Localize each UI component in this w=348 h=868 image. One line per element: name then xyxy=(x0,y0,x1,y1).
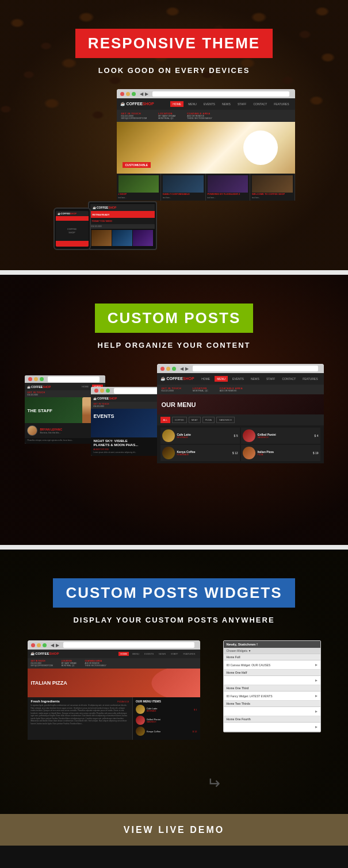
widget-row-half[interactable]: ▸ xyxy=(224,676,320,685)
widget-section-two-thirds: Home Two Thirds xyxy=(224,701,320,707)
italian-pizza-cat: PIZZA xyxy=(258,454,274,456)
widget-row-fourth[interactable]: ▸ xyxy=(224,723,320,732)
widget-dropdown-label: Chosen Widgets ▼ xyxy=(227,649,251,652)
w-nav-menu[interactable]: MENU xyxy=(131,652,141,656)
section1-subtitle: LOOK GOOD ON EVERY DEVICES xyxy=(98,66,250,75)
phone-device: ☕ COFFEESHOP COFFEESHOP xyxy=(53,208,91,250)
w-nav-events[interactable]: EVENTS xyxy=(143,652,155,656)
browser-forward-m[interactable]: ▶ xyxy=(185,366,189,371)
footer-col-text-2: text here... xyxy=(163,197,204,199)
mn-events[interactable]: EVENTS xyxy=(230,376,246,382)
widget-section-full: Home Full xyxy=(224,654,320,660)
grilled-panini-cat: SANDWICH xyxy=(258,436,276,439)
menu-title: OUR MENU xyxy=(162,401,196,408)
widgets-main-browser: ◀ ▶ ☕ COFFEESHOP HOME MENU EVENTS NEWS S… xyxy=(28,640,200,740)
filter-pizza[interactable]: PIZZA xyxy=(202,417,215,423)
kenya-coffee-price: $ 12 xyxy=(232,451,238,455)
logo-coffee: COFFEE xyxy=(126,102,142,106)
w-item-name-3: Kenya Coffee xyxy=(147,730,191,733)
footer-col-4: WELCOME TO COFFEE SHOP text here... xyxy=(250,174,295,201)
w-nav-home[interactable]: HOME xyxy=(118,652,129,656)
info-val-loc2: MONTREAL, QC xyxy=(158,117,175,120)
w-item-thumb-2 xyxy=(136,716,145,725)
filter-all[interactable]: ALL xyxy=(160,417,170,423)
footer-col-text-1: text here... xyxy=(118,197,159,199)
m-info-coat-v: ADD OR REMOVE xyxy=(220,390,243,392)
view-demo-button[interactable]: VIEW LIVE DEMO xyxy=(124,825,224,835)
mini-nav-home[interactable]: HOME xyxy=(80,385,90,389)
filter-meat[interactable]: MEAT xyxy=(189,417,201,423)
w-menu-item-2: Grilled Panini SANDWICH xyxy=(136,716,197,725)
nav-features[interactable]: FEATURES xyxy=(271,101,291,107)
widget-panel: Newly, Statichmm ! Chosen Widgets ▼ Home… xyxy=(223,640,321,732)
nav-contact[interactable]: CONTACT xyxy=(251,101,269,107)
nav-home[interactable]: HOME xyxy=(170,101,183,107)
widget-row-third[interactable]: 00 Fancy Widget: LATEST EVENTS ▸ xyxy=(224,692,320,701)
bottom-bar: VIEW LIVE DEMO xyxy=(0,814,348,846)
mn-contact[interactable]: CONTACT xyxy=(280,376,298,382)
mn-menu[interactable]: MENU xyxy=(215,376,228,382)
events-hero-title: EVENTS xyxy=(94,413,114,419)
custom-posts-badge: CUSTOM POSTS xyxy=(95,304,254,333)
widget-row-full[interactable]: 00 Canvas Widget: OUR CAUSES ▸ xyxy=(224,660,320,670)
widget-row-two-thirds[interactable]: ▸ xyxy=(224,707,320,716)
divider-1 xyxy=(0,270,348,275)
browser-dot-yellow xyxy=(126,92,130,96)
browser-forward[interactable]: ▶ xyxy=(145,91,148,97)
url-bar-m[interactable] xyxy=(193,366,318,371)
widget-panel-title: Newly, Statichmm ! xyxy=(224,641,320,648)
italian-pizza-title: ITALIAN PIZZA xyxy=(31,680,67,686)
w-item-cat-2: SANDWICH xyxy=(147,721,196,723)
responsive-theme-badge: RESPONSIVE THEME xyxy=(75,29,273,58)
footer-col-title-3: POWERED BY FLEXSLIDER 2 xyxy=(208,193,248,195)
menu-items-grid: Cafe Latte BEVERAGE $ 5 Grilled Panini S… xyxy=(157,425,324,463)
customizable-badge: CUSTOMIZABLE xyxy=(123,162,151,168)
nav-news[interactable]: NEWS xyxy=(220,101,233,107)
menu-item-italian-pizza: Italian Pizza PIZZA $ 19 xyxy=(241,445,320,461)
person-avatar xyxy=(27,425,37,436)
nav-events[interactable]: EVENTS xyxy=(201,101,217,107)
bd-yellow-m xyxy=(166,367,170,371)
mn-staff[interactable]: STAFF xyxy=(264,376,277,382)
widget-section-half: Home One Half xyxy=(224,670,320,676)
footer-col-text-4: text here... xyxy=(252,197,293,199)
section3-subtitle: DISPLAY YOUR CUSTOM POSTS ANYWHERE xyxy=(73,616,274,624)
mn-home[interactable]: HOME xyxy=(199,376,212,382)
fresh-title: Fresh Ingredients xyxy=(31,700,60,703)
url-bar[interactable] xyxy=(48,377,100,382)
url-bar-w[interactable] xyxy=(63,642,194,648)
hero-cup xyxy=(243,130,278,165)
browser-url-bar[interactable] xyxy=(152,91,289,97)
bd-red xyxy=(28,377,32,381)
bd-red-m xyxy=(160,367,165,371)
w-nav-staff[interactable]: STAFF xyxy=(169,652,179,656)
s-info-val: 654.321.0000 xyxy=(28,394,45,396)
widget-dropdown-bar[interactable]: Chosen Widgets ▼ xyxy=(224,648,320,654)
widget-row-arrow-3: ▸ xyxy=(315,693,318,698)
e-info-val: 654.321.0000 xyxy=(94,405,109,408)
nav-staff[interactable]: STAFF xyxy=(235,101,248,107)
browser-back-m[interactable]: ◀ xyxy=(180,366,183,371)
filter-sandwich[interactable]: SANDWICH xyxy=(216,417,235,423)
footer-col-2: EASILY CUSTOMIZABLE text here... xyxy=(161,174,206,201)
widget-section-third: Home One Third xyxy=(224,685,320,692)
filter-coffee[interactable]: COFFEE xyxy=(172,417,187,423)
nav-menu[interactable]: MENU xyxy=(186,101,199,107)
footer-col-1: # SHOP text here... xyxy=(117,174,162,201)
staff-logo: ☕ COFFEESHOP xyxy=(27,385,51,389)
browser-back-w[interactable]: ◀ xyxy=(51,643,54,648)
bd-yellow-w xyxy=(37,643,41,647)
w-item-price-3: $ 12 xyxy=(193,730,197,733)
browser-forward-w[interactable]: ▶ xyxy=(56,643,59,648)
w-nav-features[interactable]: FEATURES xyxy=(181,652,197,656)
mn-news[interactable]: NEWS xyxy=(248,376,262,382)
w-nav-news[interactable]: NEWS xyxy=(157,652,167,656)
mn-features[interactable]: FEATURES xyxy=(300,376,320,382)
bd-green-m xyxy=(172,367,176,371)
browser-back[interactable]: ◀ xyxy=(140,91,143,97)
arrow-indicator: ↵ xyxy=(207,774,220,793)
bd-green-e xyxy=(106,389,110,393)
bd-green-w xyxy=(43,643,47,647)
italian-pizza-img xyxy=(243,447,255,459)
menu-hero: OUR MENU xyxy=(157,394,324,414)
